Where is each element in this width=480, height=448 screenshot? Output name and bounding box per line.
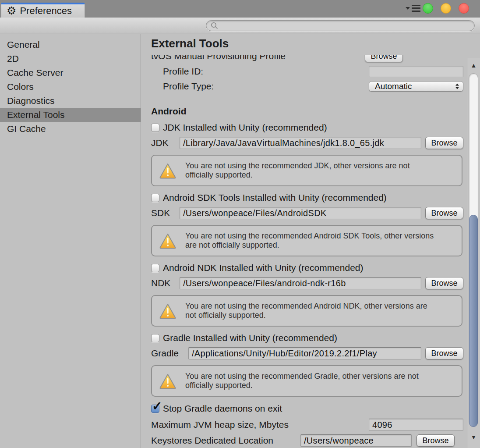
sidebar-item-diagnostics[interactable]: Diagnostics xyxy=(0,94,141,108)
hamburger-icon xyxy=(412,5,420,12)
sidebar-item-colors[interactable]: Colors xyxy=(0,80,141,94)
profile-type-dropdown[interactable]: Automatic xyxy=(369,81,463,92)
gradle-installed-checkbox[interactable] xyxy=(151,334,159,342)
sidebar-item-general[interactable]: General xyxy=(0,38,141,52)
jdk-label: JDK xyxy=(151,137,169,149)
sdk-browse-button[interactable]: Browse xyxy=(425,207,463,219)
ndk-warning-text: You are not using the recommended Androi… xyxy=(185,302,427,320)
jdk-path-row: JDK /Library/Java/JavaVirtualMachines/jd… xyxy=(151,137,463,149)
ndk-path-field[interactable]: /Users/wonpeace/Files/android-ndk-r16b xyxy=(180,277,421,289)
search-input[interactable] xyxy=(206,20,475,31)
ndk-warning-box: You are not using the recommended Androi… xyxy=(151,295,462,327)
ndk-installed-row: Android NDK Installed with Unity (recomm… xyxy=(151,263,463,273)
sdk-path-field[interactable]: /Users/wonpeace/Files/AndroidSDK xyxy=(180,207,421,219)
jdk-installed-label: JDK Installed with Unity (recommended) xyxy=(163,122,327,133)
profile-type-value: Automatic xyxy=(375,82,412,91)
warning-triangle-icon xyxy=(159,163,176,179)
jdk-browse-button[interactable]: Browse xyxy=(425,137,463,149)
gradle-path-field[interactable]: /Applications/Unity/Hub/Editor/2019.2.2f… xyxy=(188,347,421,359)
ndk-installed-label: Android NDK Installed with Unity (recomm… xyxy=(163,263,364,273)
gradle-warning-text: You are not using the recommended Gradle… xyxy=(185,372,419,390)
gradle-path-row: Gradle /Applications/Unity/Hub/Editor/20… xyxy=(151,347,463,359)
sidebar-item-external-tools[interactable]: External Tools xyxy=(0,108,141,122)
dropdown-stepper-icon xyxy=(455,84,459,89)
sdk-installed-checkbox[interactable] xyxy=(151,194,159,202)
sdk-path-row: SDK /Users/wonpeace/Files/AndroidSDK Bro… xyxy=(151,207,463,219)
checkmark-icon: ✓ xyxy=(152,400,162,412)
green-traffic-light-button[interactable] xyxy=(423,3,433,14)
warning-triangle-icon xyxy=(159,303,176,319)
jvm-heap-label: Maximum JVM heap size, Mbytes xyxy=(151,419,289,431)
keystores-location-field[interactable]: /Users/wonpeace xyxy=(300,434,412,447)
profile-id-field[interactable] xyxy=(369,66,463,77)
stop-gradle-daemons-label: Stop Gradle daemons on exit xyxy=(163,403,282,414)
caret-down-icon xyxy=(406,7,410,10)
yellow-traffic-light-button[interactable] xyxy=(441,3,451,14)
gradle-installed-row: Gradle Installed with Unity (recommended… xyxy=(151,333,463,343)
page-title: External Tools xyxy=(151,37,229,50)
sdk-warning-text: You are not using the recommended Androi… xyxy=(185,231,434,250)
jdk-path-field[interactable]: /Library/Java/JavaVirtualMachines/jdk1.8… xyxy=(180,137,421,149)
profile-type-row: Profile Type: Automatic xyxy=(151,81,463,92)
stop-gradle-daemons-row: ✓ Stop Gradle daemons on exit xyxy=(151,403,463,414)
sdk-warning-box: You are not using the recommended Androi… xyxy=(151,225,462,256)
sidebar-item-gi-cache[interactable]: GI Cache xyxy=(0,122,141,136)
external-tools-panel: tvOS Manual Provisioning Profile Browse … xyxy=(141,34,480,448)
gradle-label: Gradle xyxy=(151,347,179,359)
profile-type-label: Profile Type: xyxy=(163,81,214,92)
keystores-browse-button[interactable]: Browse xyxy=(416,434,455,447)
sdk-installed-row: Android SDK Tools Installed with Unity (… xyxy=(151,192,463,203)
ndk-browse-button[interactable]: Browse xyxy=(425,277,463,289)
jvm-heap-field[interactable]: 4096 xyxy=(369,419,463,431)
keystores-location-label: Keystores Dedicated Location xyxy=(151,434,273,447)
scroll-down-button[interactable]: ▼ xyxy=(467,431,480,443)
ndk-path-row: NDK /Users/wonpeace/Files/android-ndk-r1… xyxy=(151,277,463,289)
toolbar xyxy=(0,18,480,33)
warning-triangle-icon xyxy=(159,233,176,249)
gradle-warning-box: You are not using the recommended Gradle… xyxy=(151,365,462,397)
sdk-installed-label: Android SDK Tools Installed with Unity (… xyxy=(163,192,387,203)
jdk-installed-row: JDK Installed with Unity (recommended) xyxy=(151,122,463,133)
scroll-up-button[interactable]: ▲ xyxy=(467,59,480,71)
jvm-heap-row: Maximum JVM heap size, Mbytes 4096 xyxy=(151,419,463,431)
warning-triangle-icon xyxy=(159,373,176,389)
ndk-installed-checkbox[interactable] xyxy=(151,264,159,272)
sdk-label: SDK xyxy=(151,207,170,219)
profile-id-label: Profile ID: xyxy=(163,66,203,77)
gradle-installed-label: Gradle Installed with Unity (recommended… xyxy=(163,333,337,343)
vertical-scrollbar: ▲ ▼ xyxy=(467,58,480,448)
jdk-warning-box: You are not using the recommended JDK, o… xyxy=(151,155,462,186)
gear-icon: ⚙ xyxy=(7,5,16,16)
preferences-sidebar: General 2D Cache Server Colors Diagnosti… xyxy=(0,34,141,448)
ndk-label: NDK xyxy=(151,277,170,289)
tab-title: Preferences xyxy=(20,5,72,17)
red-traffic-light-button[interactable] xyxy=(459,3,469,14)
window-titlebar: ⚙ Preferences xyxy=(0,0,480,18)
android-section-header: Android xyxy=(151,106,463,116)
scrollbar-track[interactable] xyxy=(469,73,478,427)
profile-id-row: Profile ID: xyxy=(151,66,463,77)
gradle-browse-button[interactable]: Browse xyxy=(425,347,463,359)
pane-menu-icon[interactable] xyxy=(406,5,420,12)
scrollbar-thumb[interactable] xyxy=(469,215,478,427)
preferences-tab[interactable]: ⚙ Preferences xyxy=(1,3,85,18)
keystores-location-row: Keystores Dedicated Location /Users/wonp… xyxy=(151,434,463,447)
jdk-warning-text: You are not using the recommended JDK, o… xyxy=(185,161,410,180)
panel-header: External Tools xyxy=(141,34,467,55)
stop-gradle-daemons-checkbox[interactable]: ✓ xyxy=(151,405,159,413)
jdk-installed-checkbox[interactable] xyxy=(151,124,159,132)
sidebar-item-2d[interactable]: 2D xyxy=(0,52,141,66)
sidebar-item-cache-server[interactable]: Cache Server xyxy=(0,66,141,80)
magnifier-icon xyxy=(210,21,219,30)
